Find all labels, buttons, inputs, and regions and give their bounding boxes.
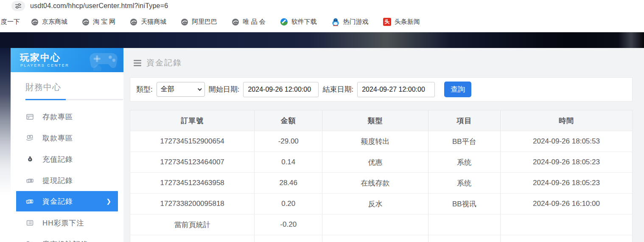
background-left-strip: [0, 48, 11, 242]
end-date-input[interactable]: [357, 82, 435, 97]
table-row-partial: [130, 235, 632, 242]
type-cell: 额度转出: [322, 131, 428, 152]
table-row: 1727345123464007 0.14 优惠 系统 2024-09-26 1…: [130, 152, 632, 173]
site-background-band: [0, 32, 644, 48]
bookmarks-bar: 度一下 京东商城 淘 宝 网 天猫商城 阿里巴巴: [0, 12, 644, 32]
start-date-input[interactable]: [243, 82, 319, 97]
column-header: 金額: [255, 110, 322, 131]
time-cell: 2024-09-26 16:10:00: [501, 194, 632, 214]
summary-amount-cell: -0.20: [255, 214, 322, 235]
sidebar-item-hh-lottery-bet[interactable]: HH彩票下注: [11, 212, 123, 234]
sidebar-item-withdraw-zone[interactable]: 取款專區: [11, 127, 123, 149]
deposit-icon: [25, 113, 34, 121]
time-cell: [501, 214, 632, 235]
amount-cell: 28.46: [255, 173, 322, 193]
software-download-favicon-icon: [280, 18, 288, 26]
gamepad-icon: [87, 50, 120, 71]
menu-toggle-icon[interactable]: [134, 59, 141, 68]
time-cell: 2024-09-26 18:05:23: [501, 173, 632, 193]
bookmark-item[interactable]: 软件下载: [280, 18, 317, 26]
recharge-record-icon: ¥: [25, 155, 34, 163]
page-title-row: 資金記錄: [123, 48, 644, 68]
order-no-cell: 1727345152900654: [130, 131, 255, 152]
chevron-down-icon: [198, 87, 202, 91]
bet-record-icon: [25, 240, 34, 242]
tune-icon: [15, 3, 22, 9]
bookmark-item[interactable]: 热门游戏: [331, 18, 369, 26]
query-button[interactable]: 查詢: [444, 82, 471, 97]
site-settings-button[interactable]: [11, 1, 25, 11]
type-cell: [322, 214, 428, 235]
bookmark-item[interactable]: 天猫商城: [130, 18, 166, 26]
amount-cell: -29.00: [255, 131, 322, 152]
amount-cell: 0.20: [255, 194, 322, 214]
table-row: 1727345123463958 28.46 在线存款 系统 2024-09-2…: [130, 173, 632, 194]
column-header: 類型: [322, 110, 428, 131]
order-no-cell: 1727345123464007: [130, 152, 255, 172]
globe-favicon-icon: [130, 18, 137, 26]
sidebar-item-cashout-record[interactable]: 提現記錄: [11, 170, 123, 191]
filter-panel: 類型: 全部 開始日期: 結束日期: 查詢: [130, 77, 633, 101]
table-row: 1727338200095818 0.20 反水 BB视讯 2024-09-26…: [130, 194, 632, 214]
globe-favicon-icon: [181, 18, 188, 26]
column-header: 訂單號: [130, 110, 255, 131]
table-header-row: 訂單號 金額 類型 項目 時間: [130, 110, 632, 131]
players-center-header: 玩家中心 PLAYERS CENTER: [11, 48, 123, 72]
type-cell: 在线存款: [322, 173, 428, 193]
sidebar-menu: 存款專區 取款專區 ¥ 充值記錄: [11, 106, 123, 242]
type-cell: 优惠: [322, 152, 428, 172]
penguin-game-favicon-icon: [331, 18, 340, 26]
sidebar-item-deposit-zone[interactable]: 存款專區: [11, 106, 123, 127]
column-header: 項目: [428, 110, 501, 131]
sidebar-title: 玩家中心: [20, 51, 61, 64]
sidebar: 玩家中心 PLAYERS CENTER 財務中心: [11, 48, 123, 242]
table-row: 1727345152900654 -29.00 额度转出 BB平台 2024-0…: [130, 131, 632, 152]
bookmark-item[interactable]: 淘 宝 网: [82, 18, 115, 26]
type-select[interactable]: 全部: [157, 82, 205, 97]
section-divider: [25, 99, 123, 100]
sidebar-item-funds-record[interactable]: 資金記錄 ❯: [16, 191, 118, 211]
type-label: 類型:: [136, 84, 153, 94]
order-no-cell: 1727345123463958: [130, 173, 255, 193]
url-input[interactable]: usdt04.com/hhcp/userCenter.html?iniType=…: [30, 2, 168, 10]
item-cell: BB平台: [428, 131, 501, 152]
item-cell: 系统: [428, 152, 501, 172]
page-title: 資金記錄: [146, 57, 182, 68]
browser-address-bar: usdt04.com/hhcp/userCenter.html?iniType=…: [0, 0, 644, 12]
time-cell: 2024-09-26 18:05:23: [501, 152, 632, 172]
column-header: 時間: [501, 110, 632, 131]
item-cell: BB视讯: [428, 194, 501, 214]
item-cell: [428, 214, 501, 235]
amount-cell: 0.14: [255, 152, 322, 172]
sidebar-item-recharge-record[interactable]: ¥ 充值記錄: [11, 149, 123, 170]
page-body: 玩家中心 PLAYERS CENTER 財務中心: [0, 48, 644, 242]
start-date-label: 開始日期:: [209, 84, 240, 94]
main-content: 資金記錄 類型: 全部 開始日期: 結束日期: 查詢 訂單號 金額 類型 項目 …: [123, 48, 644, 242]
order-no-cell: 1727338200095818: [130, 194, 255, 214]
table-summary-row: 當前頁統計 -0.20: [130, 214, 632, 235]
cashout-record-icon: [25, 177, 34, 184]
bookmark-item[interactable]: 头 头条新闻: [383, 18, 420, 26]
bookmark-item[interactable]: 唯 品 会: [232, 18, 265, 26]
time-cell: 2024-09-26 18:05:53: [501, 131, 632, 152]
end-date-label: 結束日期:: [322, 84, 353, 94]
funds-record-table: 訂單號 金額 類型 項目 時間 1727345152900654 -29.00 …: [130, 110, 633, 242]
withdraw-icon: [25, 134, 34, 142]
bookmark-item[interactable]: 京东商城: [31, 18, 67, 26]
toutiao-favicon-icon: 头: [383, 18, 391, 26]
globe-favicon-icon: [82, 18, 90, 26]
sidebar-item-bet-record[interactable]: 魔宮投註記錄: [11, 234, 123, 242]
bookmark-item[interactable]: 度一下: [1, 18, 20, 26]
type-cell: 反水: [322, 194, 428, 214]
sidebar-subtitle: PLAYERS CENTER: [20, 63, 69, 68]
globe-favicon-icon: [31, 18, 39, 26]
item-cell: 系统: [428, 173, 501, 193]
finance-center-heading: 財務中心: [25, 82, 123, 93]
bookmark-item[interactable]: 阿里巴巴: [181, 18, 217, 26]
summary-label-cell: 當前頁統計: [130, 214, 255, 235]
chevron-right-icon: ❯: [106, 198, 111, 205]
funds-record-icon: [25, 197, 34, 205]
lottery-bet-icon: [25, 219, 34, 227]
globe-favicon-icon: [232, 18, 239, 26]
